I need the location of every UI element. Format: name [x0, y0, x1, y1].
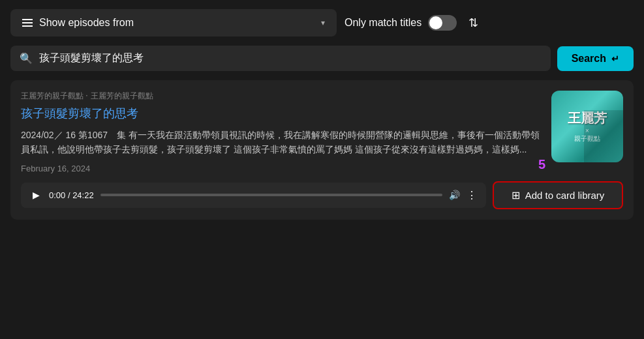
- volume-icon[interactable]: 🔊: [449, 190, 460, 200]
- bottom-row: ▶ 0:00 / 24:22 🔊 ⋮ ⊞ Add to card library: [21, 181, 623, 209]
- top-bar: Show episodes from ▾ Only match titles ⇅: [0, 0, 644, 46]
- add-to-card-library-button[interactable]: ⊞ Add to card library: [493, 181, 623, 209]
- show-episodes-label: Show episodes from: [39, 17, 314, 29]
- layers-icon: ⊞: [512, 189, 520, 201]
- episode-date: February 16, 2024: [21, 164, 623, 173]
- chevron-down-icon: ▾: [321, 18, 325, 27]
- only-match-titles-label: Only match titles: [345, 17, 422, 29]
- more-icon[interactable]: ⋮: [467, 189, 477, 201]
- search-bar: 🔍: [10, 46, 551, 71]
- sort-icon-button[interactable]: ⇅: [465, 12, 482, 34]
- play-button[interactable]: ▶: [30, 190, 42, 200]
- only-match-titles-container: Only match titles: [345, 15, 457, 31]
- episode-title[interactable]: 孩子頭髮剪壞了的思考: [21, 106, 623, 121]
- badge-5: 5: [538, 157, 545, 172]
- only-match-titles-toggle[interactable]: [428, 15, 457, 31]
- hamburger-icon: [22, 19, 33, 27]
- time-label: 0:00 / 24:22: [49, 190, 94, 200]
- search-button-label: Search: [572, 53, 606, 65]
- episode-meta: 2024/02／ 16 第1067 集 有一天我在跟活動帶領員視訊的時候，我在講…: [21, 128, 623, 157]
- return-icon: ↵: [611, 53, 619, 64]
- add-to-library-label: Add to card library: [525, 190, 605, 201]
- search-button[interactable]: Search ↵: [557, 46, 634, 71]
- search-icon: 🔍: [20, 52, 33, 65]
- player-bar: ▶ 0:00 / 24:22 🔊 ⋮: [21, 183, 486, 208]
- show-episodes-button[interactable]: Show episodes from ▾: [10, 9, 337, 37]
- result-card: 王麗芳的親子觀點 ‧ 王麗芳的親子觀點 孩子頭髮剪壞了的思考 2024/02／ …: [10, 80, 634, 220]
- search-input[interactable]: [39, 53, 542, 65]
- progress-bar[interactable]: [100, 194, 442, 196]
- thumbnail: 王麗芳 ×親子觀點: [551, 91, 623, 162]
- breadcrumb: 王麗芳的親子觀點 ‧ 王麗芳的親子觀點: [21, 91, 623, 102]
